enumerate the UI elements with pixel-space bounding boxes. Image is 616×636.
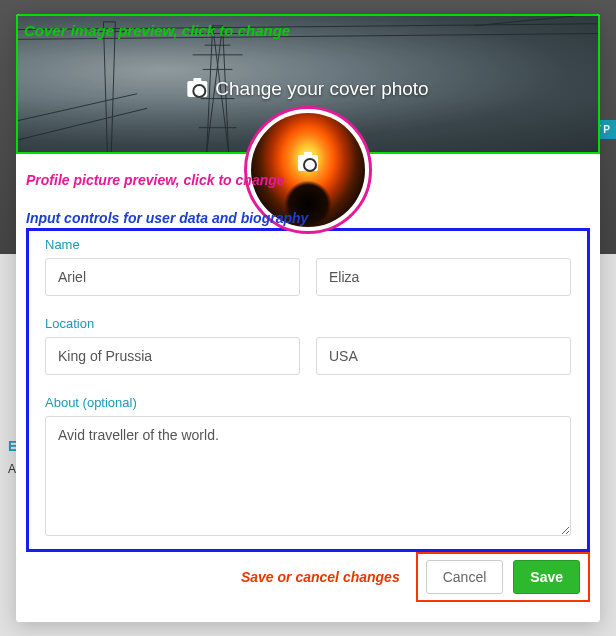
annotation-footer: Save or cancel changes (241, 569, 400, 585)
city-input[interactable] (45, 337, 300, 375)
cancel-button[interactable]: Cancel (426, 560, 504, 594)
camera-icon (298, 155, 318, 171)
camera-icon (187, 81, 207, 97)
svg-line-3 (18, 108, 147, 142)
footer-button-group: Cancel Save (416, 552, 590, 602)
cover-change-text: Change your cover photo (215, 78, 428, 100)
first-name-input[interactable] (45, 258, 300, 296)
svg-line-4 (475, 16, 574, 26)
annotation-form: Input controls for user data and biograp… (26, 210, 308, 226)
location-label: Location (45, 316, 571, 331)
last-name-input[interactable] (316, 258, 571, 296)
name-label: Name (45, 237, 571, 252)
about-label: About (optional) (45, 395, 571, 410)
cover-change-label: Change your cover photo (187, 78, 428, 100)
annotation-profile: Profile picture preview, click to change (26, 172, 285, 188)
about-textarea[interactable]: Avid traveller of the world. (45, 416, 571, 536)
save-button[interactable]: Save (513, 560, 580, 594)
background-side-letter-2: A (8, 462, 16, 476)
profile-form: Name Location About (optional) Avid trav… (26, 228, 590, 552)
svg-line-2 (18, 94, 137, 123)
annotation-cover: Cover image preview, click to change (24, 22, 290, 39)
country-input[interactable] (316, 337, 571, 375)
edit-profile-modal: Cover image preview, click to change Cha… (16, 14, 600, 622)
modal-footer: Save or cancel changes Cancel Save (26, 552, 590, 602)
